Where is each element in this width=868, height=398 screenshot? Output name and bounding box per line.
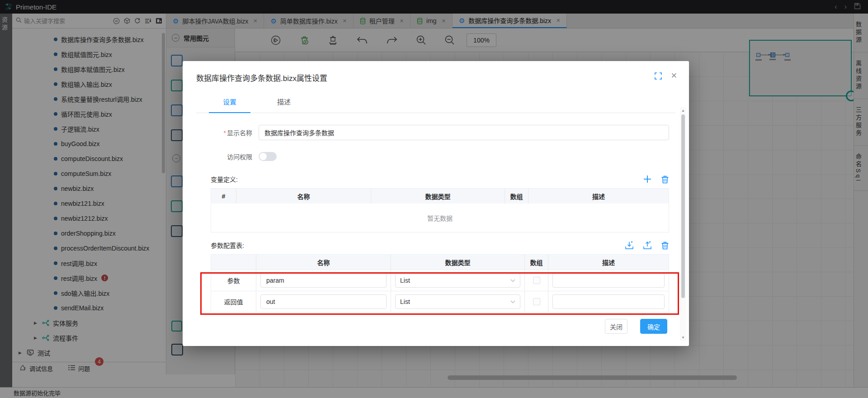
access-permission-toggle[interactable] [259, 152, 277, 161]
param-row-output: 返回值 List [211, 291, 669, 312]
variables-table: # 名称 数据类型 数组 描述 暂无数据 [211, 188, 669, 232]
close-button[interactable]: 关闭 [605, 319, 627, 334]
param-row-input: 参数 List [211, 270, 669, 291]
col-name: 名称 [256, 255, 391, 270]
params-section-label: 参数配置表: [211, 241, 244, 250]
col-array: 数组 [525, 255, 548, 270]
export-params-icon[interactable] [643, 241, 652, 250]
access-permission-label: 访问权限 [211, 152, 252, 161]
ok-button[interactable]: 确定 [640, 319, 667, 334]
return-type-select[interactable]: List [395, 294, 520, 309]
dialog-footer: 关闭 确定 [605, 319, 667, 334]
return-desc-input[interactable] [552, 294, 665, 309]
param-type-select[interactable]: List [395, 273, 520, 288]
row-label: 参数 [211, 270, 256, 291]
row-label: 返回值 [211, 291, 256, 312]
display-name-input[interactable] [259, 125, 669, 140]
return-array-checkbox[interactable] [533, 298, 540, 305]
params-table-header: 名称 数据类型 数组 描述 [211, 255, 669, 270]
variables-table-header: # 名称 数据类型 数组 描述 [211, 189, 669, 204]
scroll-down-icon[interactable]: ▼ [680, 334, 686, 341]
col-datatype: 数据类型 [371, 189, 505, 204]
variables-empty-text: 暂无数据 [211, 204, 669, 232]
col-description: 描述 [548, 255, 669, 270]
app-window: Primeton-IDE ‹ › 资源 AI [0, 0, 868, 398]
param-desc-input[interactable] [552, 273, 665, 288]
scrollbar-thumb[interactable] [681, 114, 685, 298]
delete-params-icon[interactable] [661, 241, 669, 250]
return-name-input[interactable] [260, 294, 387, 309]
dialog-body: *显示名称 访问权限 变量定义: # 名称 数据类型 数组 [183, 113, 689, 313]
col-blank [211, 255, 256, 270]
dialog-tabbar: 设置 描述 [196, 97, 675, 113]
display-name-label: *显示名称 [211, 128, 252, 137]
required-mark: * [224, 129, 226, 137]
import-params-icon[interactable] [625, 241, 634, 250]
dialog-scrollbar[interactable]: ▲ ▼ [680, 107, 686, 341]
chevron-down-icon [510, 279, 515, 282]
dialog-header: 数据库操作查询多条数据.bizx属性设置 ✕ [183, 61, 689, 83]
close-icon[interactable]: ✕ [671, 72, 677, 80]
add-variable-icon[interactable] [643, 175, 652, 184]
variables-section-label: 变量定义: [211, 175, 238, 184]
col-index: # [211, 189, 236, 204]
col-description: 描述 [528, 189, 669, 204]
param-name-input[interactable] [260, 273, 387, 288]
chevron-down-icon [510, 300, 515, 303]
scroll-up-icon[interactable]: ▲ [680, 107, 686, 114]
tab-settings[interactable]: 设置 [209, 97, 250, 113]
dialog-title: 数据库操作查询多条数据.bizx属性设置 [196, 72, 327, 83]
properties-dialog: 数据库操作查询多条数据.bizx属性设置 ✕ 设置 描述 *显示名称 访问权限 [183, 61, 689, 346]
col-datatype: 数据类型 [391, 255, 525, 270]
fullscreen-icon[interactable] [655, 72, 662, 80]
col-name: 名称 [236, 189, 371, 204]
param-array-checkbox[interactable] [533, 277, 540, 284]
params-table: 名称 数据类型 数组 描述 参数 List 返回值 List [211, 254, 669, 313]
col-array: 数组 [505, 189, 528, 204]
delete-variable-icon[interactable] [661, 175, 669, 184]
tab-description[interactable]: 描述 [263, 97, 305, 113]
